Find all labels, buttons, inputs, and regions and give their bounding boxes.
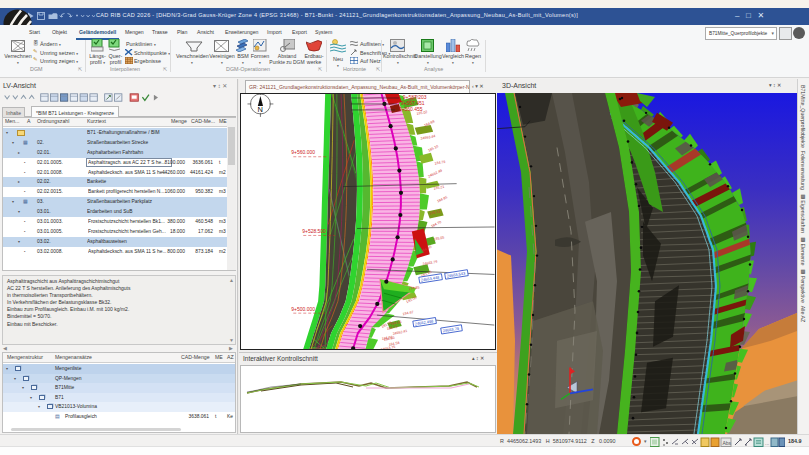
- svg-text:N: N: [257, 105, 262, 114]
- svg-text:9+528.500: 9+528.500: [302, 228, 326, 234]
- svg-text:Abs: Abs: [723, 439, 732, 445]
- svg-text:24662.49: 24662.49: [427, 169, 442, 179]
- svg-text:185.10: 185.10: [427, 144, 439, 152]
- svg-text:184.70: 184.70: [430, 220, 442, 228]
- svg-text:184.95: 184.95: [436, 195, 448, 203]
- svg-text:185.05: 185.05: [433, 236, 444, 242]
- svg-text:24662.41: 24662.41: [392, 329, 407, 336]
- svg-text:9+560.000: 9+560.000: [291, 149, 315, 155]
- svg-text:185.02: 185.02: [416, 110, 427, 116]
- svg-text:184.79: 184.79: [434, 160, 445, 166]
- svg-text:24663.44: 24663.44: [420, 134, 435, 141]
- svg-text:185.21: 185.21: [433, 185, 444, 191]
- svg-text:24663.79: 24663.79: [422, 260, 437, 267]
- svg-text:184.72: 184.72: [386, 325, 398, 331]
- svg-text:24663.75: 24663.75: [380, 345, 395, 349]
- svg-text:9+500.000: 9+500.000: [291, 306, 315, 312]
- svg-text:...: ...: [765, 440, 769, 446]
- svg-text:184.97: 184.97: [402, 310, 413, 316]
